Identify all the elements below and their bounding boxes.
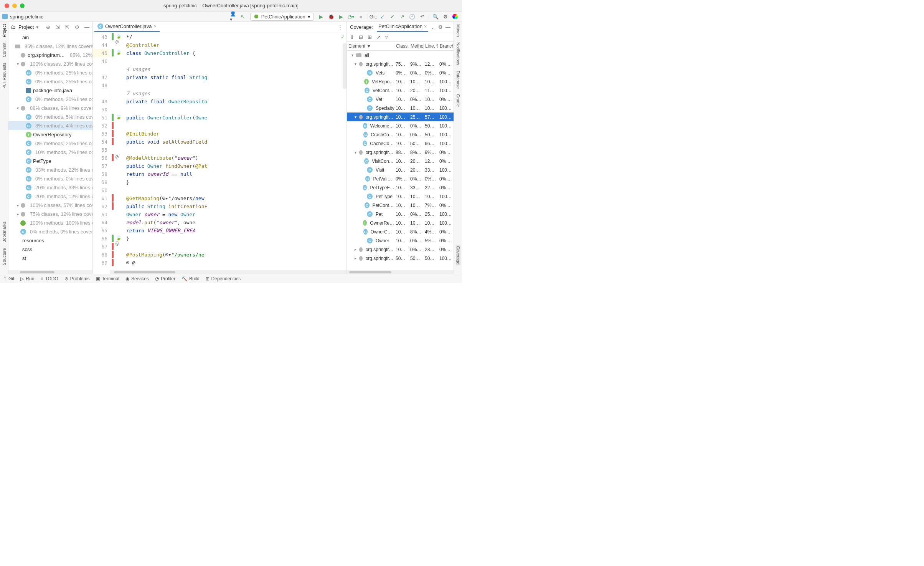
status-git[interactable]: ᛘGit — [4, 276, 14, 281]
status-run[interactable]: ▷Run — [20, 276, 34, 281]
locate-icon[interactable]: ⊕ — [46, 24, 52, 30]
col-method[interactable]: Method, % — [409, 43, 424, 49]
tree-row[interactable]: org.springframework.samples.petclinic85%… — [8, 51, 92, 60]
settings-icon[interactable]: ⚙ — [442, 13, 449, 20]
run-icon[interactable]: ▶ — [318, 13, 324, 20]
rail-coverage[interactable]: Coverage — [456, 245, 460, 265]
status-problems[interactable]: ⊘Problems — [64, 276, 90, 281]
tree-row[interactable]: ▸system100% classes, 57% lines covered — [8, 201, 92, 210]
coverage-row[interactable]: CPetController100%…10% (1/…7% (2/28)0% (… — [347, 201, 454, 210]
rail-structure[interactable]: Structure — [2, 248, 7, 265]
run-config-selector[interactable]: PetClinicApplication ▾ — [250, 13, 314, 21]
status-build[interactable]: 🔨Build — [182, 276, 200, 281]
rail-commit[interactable]: Commit — [2, 43, 7, 57]
coverage-row[interactable]: ▾all — [347, 51, 454, 60]
tree-row[interactable]: IOwnerRepository — [8, 130, 92, 139]
tree-row[interactable]: CPetController10% methods, 7% lines cove… — [8, 148, 92, 157]
status-dependencies[interactable]: ⊞Dependencies — [206, 276, 241, 281]
git-pull-icon[interactable]: ↙ — [379, 13, 385, 20]
status-profiler[interactable]: ◔Profiler — [155, 276, 175, 281]
coverage-row[interactable]: CVisitController100%…20% (1/…12% (2/…0% … — [347, 157, 454, 165]
tree-row[interactable]: CVisit20% methods, 33% lines covered — [8, 183, 92, 192]
coverage-row[interactable]: CWelcomeControll100%…0% (0/1)50% (1/2)10… — [347, 121, 454, 130]
git-history-icon[interactable]: 🕘 — [409, 13, 415, 20]
collapse-all-icon[interactable]: ⇱ — [65, 24, 71, 30]
coverage-row[interactable]: IOwnerRepository100%…100% (…100% (0…100%… — [347, 218, 454, 227]
tree-row[interactable]: PetClinicApplication100% methods, 100% l… — [8, 218, 92, 227]
hide-icon[interactable]: — — [84, 24, 90, 30]
coverage-row[interactable]: ▸org.springframework50% (…50% (1/…50% (2… — [347, 254, 454, 263]
coverage-row[interactable]: CVets0% (0…0% (0/1)0% (0/3)0% (0/2) — [347, 68, 454, 77]
rail-pull-requests[interactable]: Pull Requests — [2, 63, 7, 89]
stop-icon[interactable]: ■ — [358, 13, 364, 20]
chevron-down-icon[interactable]: ▾ — [36, 24, 39, 30]
rail-database[interactable]: Database — [456, 71, 460, 89]
coverage-row[interactable]: CCacheConfigurati100%…50% (1/…66% (2/3)1… — [347, 139, 454, 148]
tree-row[interactable]: CPerson0% methods, 20% lines covered — [8, 95, 92, 104]
tree-row[interactable]: CNamedEntity0% methods, 25% lines covere… — [8, 77, 92, 86]
close-tab-icon[interactable]: × — [424, 23, 427, 29]
tree-row[interactable]: CPetTypeFormatter33% methods, 22% lines … — [8, 165, 92, 174]
search-icon[interactable]: 🔍 — [432, 13, 439, 20]
project-tree[interactable]: ainjava85% classes, 12% lines coveredorg… — [8, 32, 92, 270]
col-branch[interactable]: Branch, % — [438, 43, 454, 49]
editor-v-scrollbar[interactable] — [343, 43, 346, 89]
coverage-row[interactable]: IVetRepository100%…100% (…100% (…100% (… — [347, 77, 454, 86]
coverage-row[interactable]: CSpecialty100%…100% (…100% (1/1)100% (… — [347, 104, 454, 113]
project-h-scrollbar[interactable] — [8, 270, 92, 274]
tree-row[interactable]: ▾owner88% classes, 9% lines covered — [8, 104, 92, 113]
coverage-row[interactable]: CPetType100%…100% (…100% (1/1)100% (… — [347, 192, 454, 201]
cov-filter-icon[interactable]: ▿ — [385, 34, 388, 40]
ide-logo-icon[interactable] — [452, 14, 458, 19]
coverage-row[interactable]: CVetController100%…20% (1/…11% (2/18)100… — [347, 86, 454, 95]
editor-more-icon[interactable]: ⋮ — [337, 24, 343, 30]
status-todo[interactable]: ≡TODO — [40, 276, 58, 281]
coverage-row[interactable]: CPetValidator0% (0…0% (0/2)0% (0/9)0% (0… — [347, 174, 454, 183]
coverage-row[interactable]: CPet100%…0% (0/6)25% (2/8)100% (… — [347, 210, 454, 218]
rail-maven[interactable]: Maven — [456, 24, 460, 37]
user-icon[interactable]: 👤▾ — [230, 13, 236, 20]
coverage-run-icon[interactable]: ▶̤ — [338, 13, 344, 20]
debug-icon[interactable]: 🐞 — [328, 13, 334, 20]
close-window[interactable] — [5, 3, 9, 8]
coverage-row[interactable]: ▸org.springframework100%…0% (0/1…23% (3/… — [347, 245, 454, 254]
editor-h-scrollbar[interactable] — [110, 270, 346, 274]
tree-row[interactable]: resources — [8, 236, 92, 245]
code-area[interactable]: */@Controllerclass OwnerController { 4 u… — [124, 32, 346, 274]
cov-flat-icon[interactable]: ⊟ — [359, 34, 363, 40]
status-terminal[interactable]: ▣Terminal — [96, 276, 119, 281]
tree-row[interactable]: ain — [8, 33, 92, 42]
tree-row[interactable]: CPetClinicRuntimeHints0% methods, 0% lin… — [8, 227, 92, 236]
tree-row[interactable]: package-info.java — [8, 86, 92, 95]
profiler-run-icon[interactable]: ◔▾ — [348, 13, 354, 20]
coverage-row[interactable]: ▾org.springframework100%…25% (1/…57% (4/… — [347, 113, 454, 121]
hide-icon[interactable]: — — [446, 24, 450, 30]
tree-row[interactable]: CPet0% methods, 25% lines covered — [8, 139, 92, 148]
tree-row[interactable]: java85% classes, 12% lines covered — [8, 42, 92, 51]
git-commit-icon[interactable]: ✔ — [389, 13, 395, 20]
coverage-h-scrollbar[interactable] — [347, 270, 454, 274]
tree-row[interactable]: COwner0% methods, 5% lines covered — [8, 113, 92, 121]
coverage-table-body[interactable]: ▾all▾org.springframework75% (…9% (1/1112… — [347, 51, 454, 270]
coverage-row[interactable]: CVisit100%…20% (1/…33% (2/6)100% (… — [347, 165, 454, 174]
maximize-window[interactable] — [20, 3, 25, 8]
coverage-row[interactable]: COwnerController100%…8% (1/12)4% (2/45)0… — [347, 227, 454, 236]
status-services[interactable]: ◉Services — [125, 276, 149, 281]
gear-icon[interactable]: ⚙ — [438, 24, 443, 30]
col-element[interactable]: Element ▼ — [347, 43, 394, 49]
cov-up-icon[interactable]: ⇧ — [350, 34, 354, 40]
cov-export-icon[interactable]: ↗ — [376, 34, 381, 40]
coverage-row[interactable]: COwner100%…0% (0/1…5% (2/38)0% (0/1… — [347, 236, 454, 245]
inspection-ok-icon[interactable]: ✓ — [341, 34, 344, 40]
close-tab-icon[interactable]: × — [153, 23, 157, 29]
tree-row[interactable]: CPetType — [8, 157, 92, 165]
col-line[interactable]: Line, % — [424, 43, 438, 49]
breadcrumb[interactable]: spring-petclinic — [2, 14, 43, 20]
tree-row[interactable]: ▾model100% classes, 23% lines covered — [8, 60, 92, 68]
git-push-icon[interactable]: ↗ — [399, 13, 405, 20]
tree-row[interactable]: CPetValidator0% methods, 0% lines covere… — [8, 174, 92, 183]
tree-row[interactable]: ▸vet75% classes, 12% lines covered — [8, 210, 92, 218]
tree-row[interactable] — [8, 263, 92, 270]
rail-project[interactable]: Project — [2, 24, 7, 37]
coverage-row[interactable]: CPetTypeFormatte100%…33% (1/…22% (2/9)0%… — [347, 183, 454, 192]
